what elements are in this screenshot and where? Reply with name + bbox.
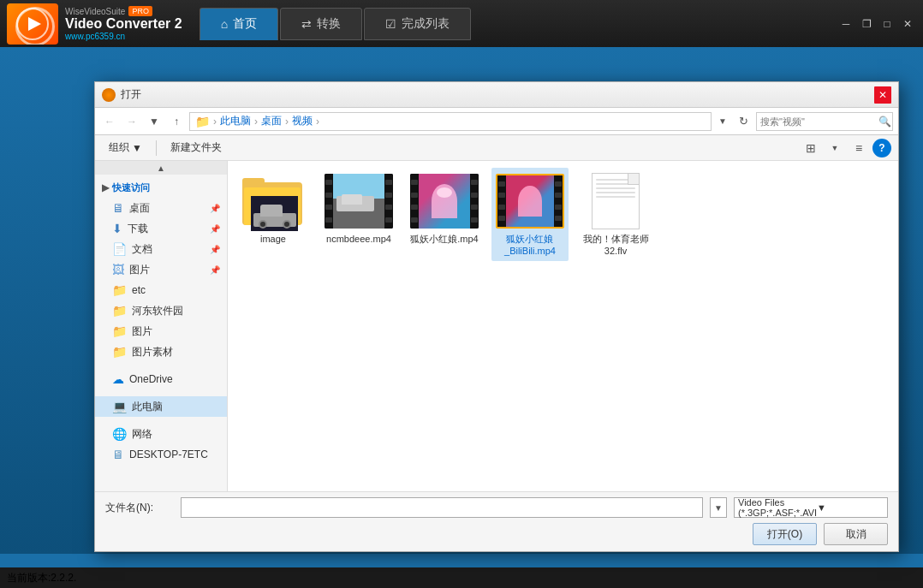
dialog-content: ▲ ▶ 快速访问 🖥 桌面 📌 ⬇ 下载 📌	[95, 161, 898, 491]
folder-icon-material: 📁	[112, 345, 127, 359]
quick-access-header: ▶ 快速访问	[95, 178, 227, 198]
film-hole	[498, 205, 505, 210]
app-window: WiseVideoSuite PRO Video Converter 2 www…	[0, 0, 923, 588]
title-bar: WiseVideoSuite PRO Video Converter 2 www…	[0, 0, 923, 47]
thispc-section: 💻 此电脑	[95, 393, 227, 420]
breadcrumb-desktop[interactable]: 桌面	[261, 114, 282, 128]
pin-icon-doc: 📌	[210, 245, 220, 254]
film-strip-right	[384, 174, 393, 229]
sidebar-network-label: 网络	[132, 427, 152, 442]
doc-line2	[596, 183, 635, 185]
address-path[interactable]: 📁 › 此电脑 › 桌面 › 视频 ›	[189, 112, 712, 131]
up-button[interactable]: ↑	[167, 112, 186, 131]
sidebar-scroll-up[interactable]: ▲	[95, 161, 227, 175]
dialog-icon	[102, 88, 116, 102]
film-hole	[471, 180, 478, 185]
blank-document	[592, 173, 640, 229]
filename-dropdown[interactable]: ▼	[710, 497, 727, 518]
new-folder-button[interactable]: 新建文件夹	[164, 139, 229, 157]
film-hole	[555, 216, 562, 221]
film-hole	[555, 181, 562, 187]
breadcrumb-video[interactable]: 视频	[292, 114, 313, 128]
onedrive-section: ☁ OneDrive	[95, 365, 227, 393]
home-icon: ⌂	[221, 17, 228, 31]
forward-button[interactable]: →	[122, 112, 141, 131]
path-dropdown-button[interactable]: ▼	[715, 112, 730, 131]
refresh-button[interactable]: ↻	[734, 112, 753, 131]
filetype-dropdown-icon: ▼	[817, 502, 884, 513]
convert-icon: ⇄	[301, 17, 312, 31]
organize-button[interactable]: 组织 ▼	[102, 139, 149, 157]
sidebar-item-onedrive[interactable]: ☁ OneDrive	[95, 369, 227, 389]
sidebar-item-images[interactable]: 📁 图片	[95, 321, 227, 342]
search-input[interactable]	[760, 116, 878, 127]
doc-line3	[596, 187, 635, 189]
search-button[interactable]: 🔍	[878, 115, 891, 128]
filetype-dropdown[interactable]: Video Files (*.3GP;*.ASF;*.AVI ▼	[734, 497, 888, 518]
filename-input[interactable]	[181, 497, 703, 518]
file-item-image-folder[interactable]: image	[235, 168, 312, 261]
minimize-button[interactable]: ─	[837, 17, 855, 31]
filename-row: 文件名(N): ▼ Video Files (*.3GP;*.ASF;*.AVI…	[105, 497, 888, 518]
view-details-button[interactable]: ≡	[849, 139, 869, 157]
close-app-button[interactable]: ✕	[899, 17, 916, 31]
tab-done[interactable]: ☑ 完成列表	[364, 8, 471, 40]
file-item-anime2[interactable]: 狐妖小红娘_BiliBili.mp4	[491, 168, 569, 261]
tab-convert[interactable]: ⇄ 转换	[280, 8, 362, 40]
file-name-flv: 我的！体育老师32.flv	[583, 233, 649, 258]
organize-label: 组织	[109, 140, 129, 155]
video-filmstrip-anime2	[496, 174, 564, 229]
file-item-ncmbdeee[interactable]: ncmbdeee.mp4	[320, 168, 397, 261]
video-thumbnail-ncmbdeee	[325, 171, 393, 231]
anime-character	[432, 184, 457, 218]
sidebar-item-documents[interactable]: 📄 文档 📌	[95, 239, 227, 259]
anime-scene	[419, 174, 470, 229]
downloads-icon: ⬇	[112, 222, 122, 235]
film-strip-left3	[497, 175, 506, 227]
back-button[interactable]: ←	[100, 112, 119, 131]
sidebar-documents-label: 文档	[132, 242, 152, 257]
quick-access-label: 快速访问	[112, 181, 150, 194]
done-icon: ☑	[385, 17, 396, 31]
search-box: 🔍	[756, 112, 893, 131]
sidebar-item-downloads[interactable]: ⬇ 下载 📌	[95, 218, 227, 239]
film-hole	[325, 217, 332, 223]
restore-button[interactable]: ❐	[858, 17, 875, 31]
video-content-anime1	[419, 174, 470, 229]
dialog-title: 打开	[121, 87, 874, 102]
sidebar-item-pictures[interactable]: 🖼 图片 📌	[95, 259, 227, 280]
sidebar-item-desktop[interactable]: 🖥 桌面 📌	[95, 198, 227, 218]
video-thumbnail-anime1	[410, 171, 479, 231]
file-grid: image	[228, 161, 898, 491]
tab-home[interactable]: ⌂ 首页	[199, 8, 278, 40]
file-item-anime1[interactable]: 狐妖小红娘.mp4	[406, 168, 483, 261]
sidebar-item-image-material[interactable]: 📁 图片素材	[95, 342, 227, 362]
view-large-icons-button[interactable]: ⊞	[801, 139, 821, 157]
dialog-close-button[interactable]: ✕	[874, 86, 891, 104]
view-dropdown-button[interactable]: ▼	[825, 139, 845, 157]
sidebar-item-hedong[interactable]: 📁 河东软件园	[95, 300, 227, 321]
film-hole	[411, 180, 418, 185]
computer-icon: 💻	[112, 400, 127, 413]
sidebar-item-thispc[interactable]: 💻 此电脑	[95, 396, 227, 417]
sidebar-item-desktop-machine[interactable]: 🖥 DESKTOP-7ETC	[95, 444, 227, 465]
recent-button[interactable]: ▼	[145, 112, 164, 131]
breadcrumb-computer[interactable]: 此电脑	[220, 114, 251, 128]
open-button[interactable]: 打开(O)	[753, 523, 817, 545]
sidebar-item-network[interactable]: 🌐 网络	[95, 424, 227, 444]
car-preview	[253, 203, 296, 227]
video-filmstrip-anime1	[410, 174, 479, 229]
desktop-icon: 🖥	[112, 201, 124, 215]
cancel-button[interactable]: 取消	[824, 523, 888, 545]
car-wheel1	[259, 220, 267, 229]
tab-home-label: 首页	[233, 16, 257, 32]
maximize-button[interactable]: □	[878, 17, 896, 31]
file-item-flv[interactable]: 我的！体育老师32.flv	[577, 168, 654, 261]
filename-label: 文件名(N):	[105, 501, 174, 515]
film-hole	[385, 217, 392, 223]
help-button[interactable]: ?	[872, 139, 891, 157]
folder-icon-images: 📁	[112, 324, 127, 338]
svg-point-0	[17, 9, 48, 39]
doc-line4	[596, 192, 635, 193]
sidebar-item-etc[interactable]: 📁 etc	[95, 280, 227, 300]
